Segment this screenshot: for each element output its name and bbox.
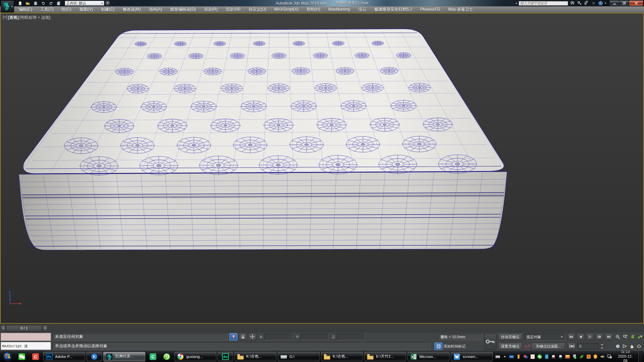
search-input[interactable] bbox=[519, 1, 568, 6]
spinner-down-icon[interactable]: ▼ bbox=[600, 347, 604, 350]
add-time-tag-button[interactable] bbox=[434, 343, 442, 350]
key-mode-toggle-icon[interactable] bbox=[568, 343, 576, 350]
spinner-up-icon[interactable]: ▲ bbox=[600, 343, 604, 346]
taskbar-button-15[interactable]: XMicroso... bbox=[408, 352, 449, 361]
pan-icon[interactable] bbox=[629, 343, 635, 350]
go-to-end-icon[interactable] bbox=[605, 333, 612, 341]
workspace-selector[interactable]: 工作区: 默认 ▾ bbox=[65, 1, 104, 6]
keyboard-icon[interactable] bbox=[495, 354, 500, 359]
menu-item-7[interactable]: 动画(A) bbox=[145, 6, 166, 13]
menu-item-6[interactable]: 修改器(M) bbox=[118, 6, 145, 13]
track-bar[interactable] bbox=[48, 325, 643, 331]
menu-item-3[interactable]: 组(G) bbox=[57, 6, 75, 13]
window-orange-tray-icon[interactable] bbox=[565, 354, 571, 359]
taskbar-pinned-browser-360-icon[interactable] bbox=[160, 352, 174, 361]
taskbar-button-4[interactable]: PsAdobe P... bbox=[43, 352, 85, 361]
taskbar-button-6[interactable]: max凯弗特床... bbox=[103, 352, 145, 361]
cmcc-tray-icon[interactable]: cmcc bbox=[509, 354, 515, 359]
zoom-extents-all-icon[interactable] bbox=[637, 333, 643, 341]
key-filters-button[interactable]: 关键点过滤器... bbox=[531, 343, 565, 350]
volume-tray-icon[interactable] bbox=[600, 354, 605, 359]
search-icon[interactable] bbox=[570, 1, 575, 6]
time-configuration-icon[interactable] bbox=[615, 343, 621, 350]
menu-item-5[interactable]: 创建(C) bbox=[97, 6, 119, 13]
application-menu-button[interactable]: ▾ bbox=[1, 0, 14, 12]
menu-item-18[interactable]: Max 杀毒卫士 bbox=[444, 6, 477, 13]
maxscript-mini-listener-input[interactable]: MAXScript 迷 bbox=[1, 342, 51, 350]
help-icon[interactable]: ? bbox=[598, 1, 603, 6]
viewport-shading-label[interactable]: [明暗处理 + 边面] bbox=[19, 15, 50, 20]
search-scope-caret-icon[interactable]: ▸ bbox=[516, 2, 517, 5]
storage-tray-icon[interactable] bbox=[586, 354, 591, 359]
selection-lock-icon[interactable] bbox=[239, 333, 247, 341]
taskbar-button-16[interactable]: scream... bbox=[451, 352, 493, 361]
minimize-button[interactable] bbox=[609, 0, 619, 6]
open-file-icon[interactable] bbox=[24, 1, 31, 6]
x-coordinate-field[interactable] bbox=[264, 334, 292, 340]
menu-item-10[interactable]: 渲染100 bbox=[222, 6, 245, 13]
menu-item-17[interactable]: PhoenixFD bbox=[416, 6, 444, 13]
close-button[interactable] bbox=[629, 0, 643, 6]
communication-center-icon[interactable] bbox=[584, 1, 589, 6]
perspective-viewport[interactable]: [+] [透视] [明暗处理 + 边面] z bbox=[0, 13, 644, 324]
play-animation-icon[interactable] bbox=[595, 333, 603, 341]
tim-tray-icon[interactable] bbox=[558, 354, 564, 359]
menu-item-8[interactable]: 图形编辑器(D) bbox=[166, 6, 200, 13]
project-folder-icon[interactable] bbox=[55, 1, 62, 6]
show-desktop-button[interactable] bbox=[638, 351, 642, 362]
green-leaf-tray-icon[interactable] bbox=[579, 354, 584, 359]
menu-item-15[interactable]: 渲云 bbox=[354, 6, 370, 13]
menu-item-9[interactable]: 渲染(R) bbox=[200, 6, 222, 13]
toolbar-flyout-button[interactable]: ▼ bbox=[105, 1, 110, 6]
restore-button[interactable] bbox=[619, 0, 629, 6]
pdf-tray-icon[interactable]: A bbox=[530, 354, 536, 359]
help-caret-icon[interactable]: ▾ bbox=[605, 2, 606, 5]
menu-item-13[interactable]: 帮助(H) bbox=[303, 6, 324, 13]
key-icon[interactable] bbox=[577, 1, 582, 6]
taskbar-button-5[interactable]: K bbox=[87, 352, 102, 361]
menu-item-14[interactable]: MaxMummy bbox=[324, 6, 354, 13]
maxscript-mini-listener-output[interactable] bbox=[1, 333, 51, 341]
new-scene-icon[interactable] bbox=[17, 1, 23, 6]
taskbar-pinned-camtasia-red-icon[interactable]: C bbox=[29, 352, 42, 361]
zoom-extents-icon[interactable] bbox=[630, 333, 636, 341]
menu-item-4[interactable]: 视图(V) bbox=[75, 6, 97, 13]
previous-frame-arrow[interactable]: < bbox=[1, 325, 6, 331]
taskbar-button-10[interactable]: Au bbox=[218, 352, 233, 361]
wechat-tray-icon[interactable] bbox=[537, 354, 542, 359]
taskbar-button-14[interactable]: E:\天竹2... bbox=[364, 352, 406, 361]
taskbar-button-13[interactable]: K:\古色... bbox=[321, 352, 363, 361]
security-tray-icon[interactable] bbox=[593, 354, 598, 359]
field-of-view-icon[interactable] bbox=[622, 343, 628, 350]
menu-item-16[interactable]: 极速瘦身安全归档5.2 bbox=[370, 6, 416, 13]
save-file-icon[interactable] bbox=[32, 1, 39, 6]
set-key-button[interactable]: 设置关键点 bbox=[498, 343, 522, 350]
frame-slider[interactable]: 0 / 1 bbox=[6, 325, 42, 331]
go-to-start-icon[interactable] bbox=[568, 333, 575, 341]
show-hidden-icons-icon[interactable] bbox=[502, 354, 507, 359]
z-coordinate-field[interactable] bbox=[337, 334, 365, 340]
taskbar-button-11[interactable]: K:\古色... bbox=[234, 352, 276, 361]
taskbar-pinned-wechat-icon[interactable] bbox=[15, 352, 29, 361]
taskbar-button-12[interactable]: G:\ bbox=[278, 352, 320, 361]
y-coordinate-field[interactable] bbox=[301, 334, 329, 340]
mattress-wireframe-model[interactable]: z bbox=[0, 13, 644, 324]
zoom-all-icon[interactable] bbox=[623, 333, 628, 341]
usb-tray-icon[interactable] bbox=[516, 354, 522, 359]
play-icon[interactable] bbox=[586, 333, 594, 341]
network-tray-icon[interactable] bbox=[607, 354, 612, 359]
undo-icon[interactable] bbox=[40, 1, 47, 6]
frame-spinner[interactable]: ▲▼ bbox=[600, 343, 604, 350]
redo-icon[interactable] bbox=[48, 1, 54, 6]
color-circles-tray-icon[interactable] bbox=[523, 354, 529, 359]
next-frame-arrow[interactable]: > bbox=[43, 325, 48, 331]
viewport-pov-label[interactable]: [透视] bbox=[8, 15, 19, 20]
previous-frame-icon[interactable] bbox=[577, 333, 585, 341]
auto-key-button[interactable]: 自动关键点 bbox=[498, 333, 522, 341]
menu-item-11[interactable]: 自定义(U) bbox=[245, 6, 270, 13]
usb-safe-tray-icon[interactable] bbox=[572, 354, 577, 359]
transform-gizmo-icon[interactable] bbox=[248, 333, 256, 341]
current-frame-field[interactable]: 0 bbox=[577, 343, 599, 350]
set-keys-button[interactable] bbox=[484, 333, 496, 350]
taskbar-pinned-camtasia-green-icon[interactable]: C bbox=[146, 352, 160, 361]
